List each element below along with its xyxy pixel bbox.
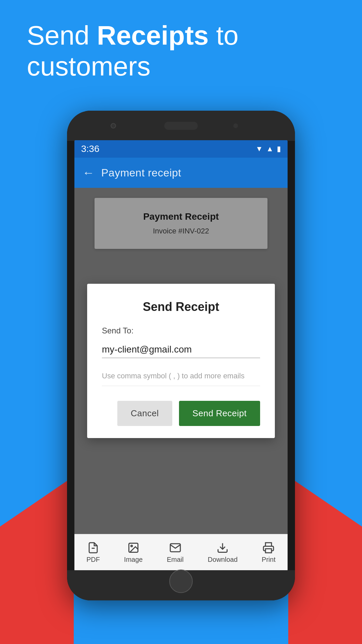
phone-camera xyxy=(111,123,116,128)
email-input[interactable] xyxy=(102,341,260,358)
back-button[interactable]: ← xyxy=(82,166,95,180)
status-icons: ▼ ▲ ▮ xyxy=(255,145,281,153)
phone-home-button[interactable] xyxy=(169,570,193,593)
battery-icon: ▮ xyxy=(277,145,281,153)
pdf-icon xyxy=(87,542,99,554)
status-time: 3:36 xyxy=(81,144,100,154)
email-hint: Use comma symbol ( , ) to add more email… xyxy=(102,366,260,386)
phone-speaker xyxy=(164,122,198,130)
signal-icon: ▲ xyxy=(266,145,274,153)
nav-item-print[interactable]: Print xyxy=(262,542,276,564)
nav-label-email: Email xyxy=(167,556,184,564)
print-icon xyxy=(262,542,275,554)
bottom-nav: PDF Image Email xyxy=(74,534,288,571)
phone-shell: 3:36 ▼ ▲ ▮ ← Payment receipt Payment Rec… xyxy=(67,111,295,600)
content-area: Payment Receipt Invoice #INV-022 Send Re… xyxy=(74,188,288,534)
app-bar: ← Payment receipt xyxy=(74,158,288,188)
wifi-icon: ▼ xyxy=(255,145,263,153)
image-icon xyxy=(127,542,139,554)
send-receipt-button[interactable]: Send Receipt xyxy=(179,401,260,426)
svg-rect-4 xyxy=(265,549,272,553)
nav-item-image[interactable]: Image xyxy=(124,542,143,564)
dialog-title: Send Receipt xyxy=(102,300,260,314)
nav-label-print: Print xyxy=(262,556,276,564)
svg-point-2 xyxy=(131,545,132,547)
nav-label-pdf: PDF xyxy=(86,556,100,564)
dialog-overlay: Send Receipt Send To: Use comma symbol (… xyxy=(74,188,288,534)
send-receipt-dialog: Send Receipt Send To: Use comma symbol (… xyxy=(87,284,275,438)
nav-item-email[interactable]: Email xyxy=(167,542,184,564)
download-icon xyxy=(217,542,229,554)
hero-line2: customers xyxy=(27,51,150,81)
phone-screen: 3:36 ▼ ▲ ▮ ← Payment receipt Payment Rec… xyxy=(74,140,288,571)
nav-label-download: Download xyxy=(208,556,238,564)
nav-item-pdf[interactable]: PDF xyxy=(86,542,100,564)
status-bar: 3:36 ▼ ▲ ▮ xyxy=(74,140,288,158)
email-icon xyxy=(169,542,181,554)
hero-line1: Send Receipts to xyxy=(27,20,239,50)
bg-red-left xyxy=(0,476,74,644)
cancel-button[interactable]: Cancel xyxy=(117,401,172,426)
hero-text: Send Receipts to customers xyxy=(27,20,335,82)
phone-top xyxy=(67,111,295,141)
app-bar-title: Payment receipt xyxy=(101,167,181,179)
phone-sensor xyxy=(233,123,238,128)
bg-red-right xyxy=(288,476,362,644)
phone-bottom xyxy=(67,570,295,600)
send-to-label: Send To: xyxy=(102,326,260,335)
dialog-buttons: Cancel Send Receipt xyxy=(102,401,260,426)
nav-label-image: Image xyxy=(124,556,143,564)
nav-item-download[interactable]: Download xyxy=(208,542,238,564)
